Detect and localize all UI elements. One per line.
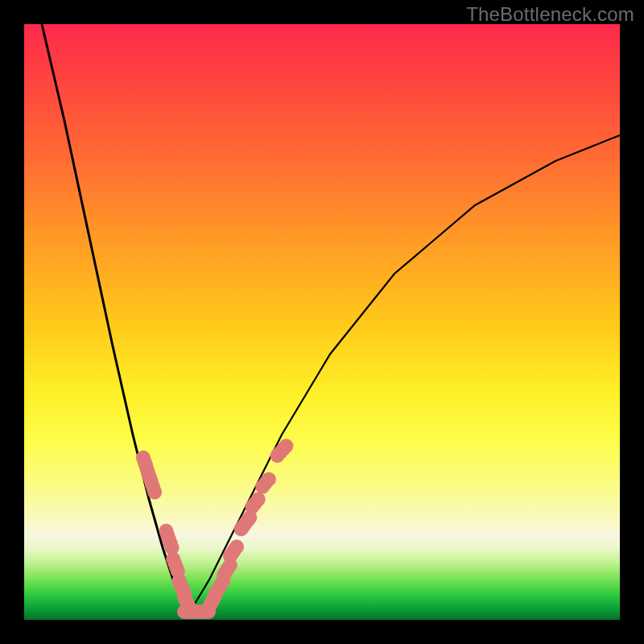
sample-dot [279,439,293,453]
sample-dot [251,492,266,506]
watermark-text: TheBottleneck.com [466,3,634,26]
curve-svg [24,24,620,620]
sample-dot [229,539,244,554]
sample-dot [147,485,162,499]
sample-dot [262,472,276,486]
right-branch-curve [189,135,620,612]
chart-frame: TheBottleneck.com [0,0,644,644]
sample-dots-group [136,439,294,619]
left-branch-curve [42,24,189,612]
plot-area [24,24,620,620]
